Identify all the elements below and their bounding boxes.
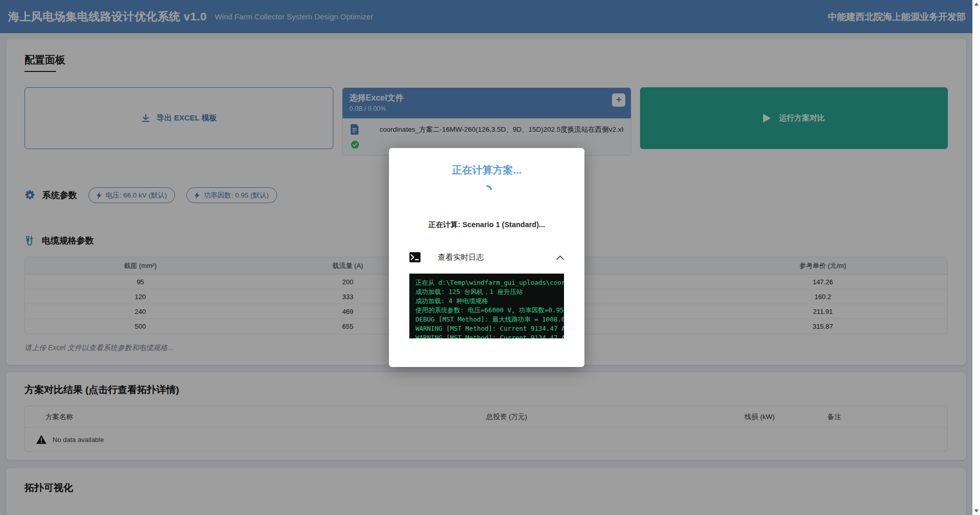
log-console[interactable]: 正在从 d:\Temp\windfarm_gui_uploads\coordin… <box>409 274 564 338</box>
modal-title: 正在计算方案... <box>409 163 564 177</box>
log-toggle-label: 查看实时日志 <box>438 253 484 262</box>
log-line: 使用的系统参数: 电压=66000 V, 功率因数=0.95 <box>415 306 564 315</box>
log-line: 正在从 d:\Temp\windfarm_gui_uploads\coordin <box>415 278 564 287</box>
calculating-modal: 正在计算方案... 正在计算: Scenario 1 (Standard)...… <box>389 148 584 367</box>
chevron-up-icon[interactable] <box>556 255 564 260</box>
terminal-icon <box>409 252 421 262</box>
log-toggle[interactable]: 查看实时日志 <box>409 252 564 262</box>
log-line: DEBUG [MST Method]: 最大线路功率 = 1008.00 M <box>415 315 564 324</box>
loading-spinner-icon <box>479 183 494 198</box>
log-line: 成功加载: 125 台风机，1 座升压站 <box>415 287 564 297</box>
log-line: WARNING [MST Method]: Current 9134.47 A … <box>415 333 564 338</box>
log-line: 成功加载: 4 种电缆规格 <box>415 297 564 306</box>
browser-scrollbar[interactable] <box>972 0 980 515</box>
log-line: WARNING [MST Method]: Current 9134.47 A … <box>415 324 564 333</box>
scroll-up-arrow-icon[interactable] <box>974 3 978 6</box>
modal-status-text: 正在计算: Scenario 1 (Standard)... <box>409 220 564 230</box>
scroll-down-arrow-icon[interactable] <box>974 509 978 512</box>
